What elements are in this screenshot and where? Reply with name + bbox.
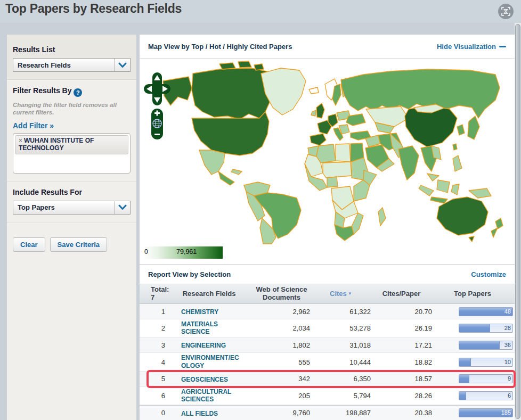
map-country[interactable]: [457, 125, 465, 135]
map-country[interactable]: [311, 110, 316, 116]
map-country[interactable]: [469, 236, 474, 242]
map-country[interactable]: [336, 144, 351, 162]
top-papers-bar[interactable]: 6: [459, 391, 513, 400]
scrollbar-thumb[interactable]: [515, 24, 520, 419]
top-papers-value: 10: [504, 358, 511, 366]
filter-tag[interactable]: ×WUHAN INSTITUTE OF TECHNOLOGY: [15, 135, 128, 155]
map-country[interactable]: [231, 169, 242, 175]
cites-cell: 53,278: [310, 324, 371, 332]
map-country[interactable]: [398, 146, 419, 180]
map-country[interactable]: [327, 177, 338, 187]
top-papers-bar[interactable]: 36: [459, 341, 513, 350]
column-header-top-papers: Top Papers: [432, 290, 513, 298]
clear-button[interactable]: Clear: [13, 237, 45, 252]
cites-per-paper-cell: 18.82: [371, 358, 432, 366]
map-country[interactable]: [451, 184, 459, 195]
map-country[interactable]: [261, 68, 306, 115]
map-country[interactable]: [437, 180, 450, 193]
map-country[interactable]: [335, 225, 354, 241]
table-row: 0 ALL FIELDS 9,760 198,887 20.38 185: [140, 405, 515, 420]
results-list-section: Results List Research Fields: [7, 35, 136, 79]
map-country[interactable]: [310, 134, 326, 145]
column-header-wos-documents: Web of Science Documents: [253, 286, 310, 302]
research-field-link[interactable]: CHEMISTRY: [181, 308, 218, 316]
wos-documents-cell: 2,962: [253, 308, 310, 316]
research-field-link[interactable]: ENVIRONMENT/ECOLOGY: [181, 354, 241, 369]
chevron-down-icon[interactable]: [115, 59, 130, 71]
include-results-dropdown[interactable]: Top Papers: [13, 201, 131, 215]
table-row: 1 CHEMISTRY 2,962 61,322 20.70 48: [140, 304, 515, 319]
results-list-dropdown[interactable]: Research Fields: [13, 58, 131, 72]
map-country[interactable]: [346, 114, 365, 126]
column-header-research-fields: Research Fields: [165, 290, 253, 298]
include-results-selected: Top Papers: [13, 203, 115, 211]
map-country[interactable]: [427, 174, 439, 181]
research-field-link[interactable]: AGRICULTURAL SCIENCES: [181, 388, 241, 403]
zoom-in-icon[interactable]: [157, 111, 158, 116]
map-country[interactable]: [199, 150, 225, 175]
map-country[interactable]: [366, 106, 409, 127]
map-country[interactable]: [352, 213, 363, 234]
map-country[interactable]: [453, 155, 462, 171]
map-country[interactable]: [238, 61, 251, 68]
results-list-label: Results List: [13, 45, 131, 54]
top-papers-bar[interactable]: 185: [459, 408, 513, 417]
map-country[interactable]: [218, 171, 234, 185]
page-scrollbar[interactable]: [515, 23, 521, 420]
map-country[interactable]: [316, 103, 324, 118]
table-header-row: Total: 7 Research Fields Web of Science …: [140, 284, 515, 304]
fit-to-screen-button[interactable]: [498, 4, 514, 19]
save-criteria-button[interactable]: Save Criteria: [50, 237, 108, 252]
rank-cell: 3: [147, 341, 165, 349]
map-country[interactable]: [219, 63, 235, 69]
top-papers-bar-fill: [459, 358, 471, 366]
wos-documents-cell: 1,802: [253, 341, 310, 349]
hide-visualization-link[interactable]: Hide Visualization: [437, 43, 496, 51]
remove-filter-icon[interactable]: ×: [19, 137, 22, 144]
top-papers-bar[interactable]: 48: [459, 307, 513, 316]
minus-icon[interactable]: [499, 46, 506, 47]
top-papers-bar[interactable]: 9: [459, 374, 513, 383]
map-country[interactable]: [309, 87, 319, 94]
cites-per-paper-cell: 26.19: [371, 324, 432, 332]
map-country[interactable]: [453, 144, 457, 150]
map-country[interactable]: [468, 116, 479, 139]
cites-cell: 10,444: [310, 358, 371, 366]
wos-documents-cell: 9,760: [253, 409, 310, 417]
zoom-out-icon[interactable]: [154, 134, 160, 135]
map-country[interactable]: [192, 112, 269, 155]
help-icon[interactable]: ?: [74, 88, 82, 97]
map-country[interactable]: [254, 64, 264, 70]
map-country[interactable]: [430, 197, 447, 203]
research-field-link[interactable]: GEOSCIENCES: [181, 376, 228, 383]
top-papers-bar[interactable]: 28: [459, 324, 513, 333]
map-country[interactable]: [316, 144, 336, 163]
table-body: 1 CHEMISTRY 2,962 61,322 20.70 48 2 MATE…: [140, 304, 515, 420]
research-field-link[interactable]: MATERIALS SCIENCE: [181, 320, 241, 336]
map-country[interactable]: [419, 185, 434, 196]
chevron-down-icon[interactable]: [115, 201, 130, 214]
wos-documents-cell: 205: [253, 392, 310, 400]
map-country[interactable]: [323, 162, 352, 178]
map-country[interactable]: [378, 208, 386, 226]
map-country[interactable]: [491, 228, 498, 237]
cites-per-paper-cell: 17.21: [371, 341, 432, 349]
top-papers-value: 48: [504, 308, 511, 316]
map-country[interactable]: [495, 218, 503, 229]
customize-link[interactable]: Customize: [471, 270, 506, 278]
column-header-cites-per-paper: Cites/Paper: [371, 290, 432, 298]
column-header-cites-sort[interactable]: Cites ▾: [310, 290, 371, 298]
top-papers-value: 185: [501, 409, 511, 417]
research-field-link[interactable]: ENGINEERING: [181, 342, 226, 349]
top-papers-bar[interactable]: 10: [459, 358, 513, 367]
top-papers-value: 6: [508, 392, 511, 400]
world-map-svg: [140, 59, 515, 246]
include-results-label: Include Results For: [13, 188, 131, 196]
add-filter-link[interactable]: Add Filter »: [13, 121, 54, 130]
map-country[interactable]: [469, 188, 491, 198]
top-papers-bar-fill: [459, 324, 490, 332]
map-country[interactable]: [354, 180, 370, 201]
research-field-link[interactable]: ALL FIELDS: [181, 410, 218, 417]
filter-section: Filter Results By ? Changing the filter …: [7, 79, 136, 181]
column-header-total: Total: 7: [147, 286, 165, 302]
